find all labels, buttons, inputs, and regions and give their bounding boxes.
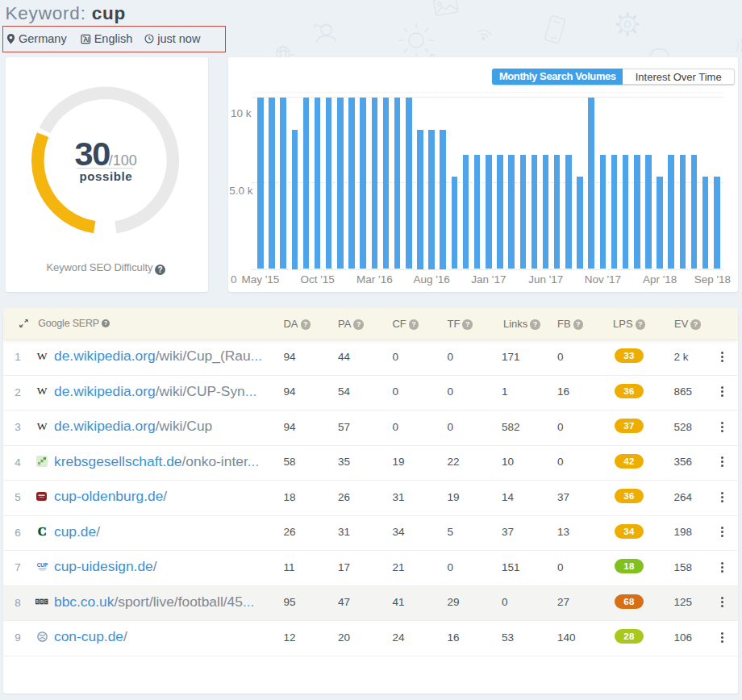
svg-text:B: B	[36, 600, 39, 604]
svg-text:B: B	[40, 600, 43, 604]
svg-text:CUP: CUP	[36, 562, 48, 568]
